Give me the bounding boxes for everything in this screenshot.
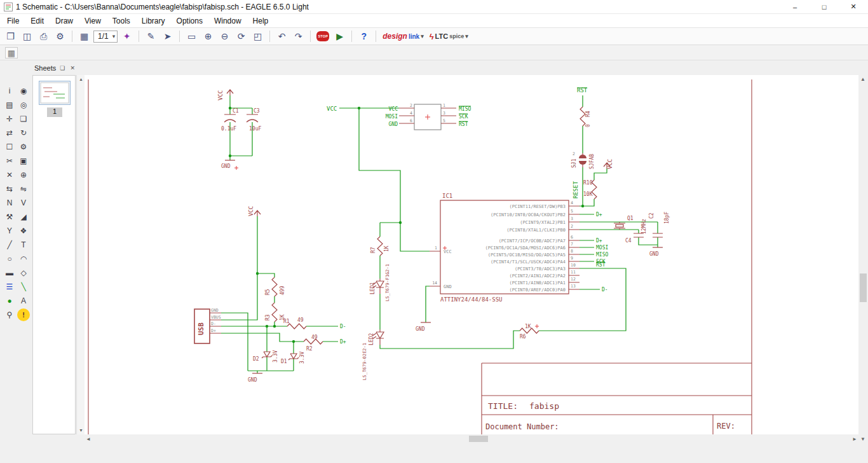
maximize-button[interactable]: □ [810, 0, 839, 14]
use-library-button[interactable]: ✦ [119, 29, 134, 43]
menu-help[interactable]: Help [247, 15, 275, 27]
paste-tool[interactable]: ▣ [17, 155, 30, 167]
copy-tool[interactable]: ❏ [17, 113, 30, 125]
scroll-up-icon[interactable]: ▲ [860, 76, 865, 82]
capacitor-c2[interactable]: C2 18pF [649, 212, 670, 237]
label-tool[interactable]: A [17, 294, 30, 307]
script-button[interactable]: ✎ [144, 29, 158, 43]
resistor-r2[interactable]: R2 49 [304, 335, 323, 352]
circle-tool[interactable]: ○ [3, 252, 16, 265]
split-tool[interactable]: Y [3, 225, 16, 237]
gateswap-tool[interactable]: ⇋ [17, 183, 30, 195]
zoom-in-button[interactable]: ⊕ [201, 29, 215, 43]
info-tool[interactable]: i [3, 85, 16, 97]
rotate-tool[interactable]: ↻ [17, 127, 30, 139]
resistor-r10[interactable]: R10 10K [583, 180, 597, 199]
move-tool[interactable]: ✛ [3, 113, 16, 125]
zoom-select-button[interactable]: ◰ [250, 29, 265, 43]
net-tool[interactable]: ╲ [17, 280, 30, 293]
rect-tool[interactable]: ▬ [3, 266, 16, 279]
float-panel-icon[interactable]: ❏ [58, 65, 66, 71]
mark-tool[interactable]: ◎ [17, 99, 30, 111]
show-tool[interactable]: ◉ [17, 85, 30, 97]
zoom-redraw-button[interactable]: ⟳ [234, 29, 248, 43]
menu-file[interactable]: File [1, 15, 25, 27]
smash-tool[interactable]: ⚒ [3, 211, 16, 223]
change-tool[interactable]: ⚙ [17, 141, 30, 153]
cam-button[interactable]: ⚙ [53, 29, 67, 43]
capacitor-c4[interactable]: C4 [625, 233, 644, 244]
mirror-tool[interactable]: ⇄ [3, 127, 16, 139]
sheet-thumbnail[interactable] [39, 81, 71, 105]
scroll-right-icon[interactable]: ► [852, 436, 857, 442]
miter-tool[interactable]: ◢ [17, 211, 30, 223]
wire-tool[interactable]: ╱ [3, 238, 16, 251]
run-ulp-button[interactable]: ➤ [160, 29, 175, 43]
undo-button[interactable]: ↶ [275, 29, 289, 43]
scroll-left-icon[interactable]: ◄ [86, 436, 91, 442]
name-tool[interactable]: N [3, 197, 16, 209]
delete-tool[interactable]: ✕ [3, 169, 16, 181]
ltcspice-button[interactable]: ϟ LTC spice ▾ [428, 32, 470, 41]
menu-view[interactable]: View [79, 15, 107, 27]
menu-window[interactable]: Window [208, 15, 247, 27]
zoom-out-button[interactable]: ⊖ [217, 29, 232, 43]
crystal-q1[interactable]: Q1 12MHz [614, 216, 647, 234]
invoke-tool[interactable]: ❖ [17, 225, 30, 237]
usb-connector[interactable]: USB GND VBUS D- D+ [194, 308, 221, 343]
resistor-r4[interactable]: R4 0 [580, 107, 591, 127]
resistor-r7[interactable]: R7 1K [370, 237, 390, 256]
menu-tools[interactable]: Tools [107, 15, 136, 27]
display-tool[interactable]: ▤ [3, 99, 16, 111]
value-tool[interactable]: V [17, 197, 30, 209]
grid-settings-button[interactable]: ▦ [5, 47, 18, 59]
designlink-button[interactable]: design link ▾ [381, 32, 425, 41]
zoom-tool[interactable]: ⚲ [3, 308, 16, 321]
vcc-symbol-r10[interactable]: VCC [604, 159, 613, 169]
zener-d1[interactable]: D1 3.3V [281, 352, 305, 364]
bus-tool[interactable]: ☰ [3, 280, 16, 293]
vertical-scroll-thumb[interactable] [860, 273, 867, 302]
menu-draw[interactable]: Draw [50, 15, 79, 27]
sheets-scrollbar[interactable]: ▲ ▼ [76, 75, 85, 434]
junction-tool[interactable]: ● [3, 294, 16, 307]
resistor-r5[interactable]: R5 499 [265, 277, 285, 296]
resistor-r1[interactable]: R1 49 [283, 317, 306, 329]
add-tool[interactable]: ⊕ [17, 169, 30, 181]
led2[interactable]: LED2 LS_T679-02E2-1 [362, 329, 384, 380]
cut-tool[interactable]: ✂ [3, 155, 16, 167]
grid-button[interactable]: ▦ [77, 29, 92, 43]
open-button[interactable]: ❒ [3, 29, 18, 43]
resistor-r6[interactable]: R6 1K [520, 324, 539, 340]
erc-errors-button[interactable]: ! [17, 308, 30, 321]
redo-button[interactable]: ↷ [291, 29, 306, 43]
net-wires[interactable] [221, 95, 658, 373]
isp-header[interactable]: VCC MOSI GND MISO SCK RST 2 4 6 1 3 5 [386, 103, 471, 130]
group-tool[interactable]: ☐ [3, 141, 16, 153]
sheet-number[interactable]: 1 [47, 107, 62, 117]
horizontal-scroll-thumb[interactable] [469, 436, 488, 442]
stop-button[interactable]: STOP [315, 29, 330, 43]
schematic-canvas[interactable]: TITLE: fabisp Document Number: REV: VCC … [85, 75, 858, 434]
resistor-r3[interactable]: R3 1K [265, 303, 285, 322]
capacitor-c3[interactable]: C3 10uF [247, 108, 261, 132]
arc-tool[interactable]: ◠ [17, 252, 30, 265]
zoom-fit-button[interactable]: ▭ [184, 29, 199, 43]
help-button[interactable]: ? [356, 29, 371, 43]
sheet-selector[interactable]: 1/1 ▾ [93, 31, 118, 43]
go-button[interactable]: ▶ [332, 29, 347, 43]
gnd-symbol-xtal[interactable]: GND [649, 247, 663, 257]
print-button[interactable]: ⎙ [36, 29, 51, 43]
save-button[interactable]: ◫ [20, 29, 34, 43]
pinswap-tool[interactable]: ⇆ [3, 183, 16, 195]
gnd-symbol-usb[interactable]: GND [248, 373, 262, 383]
gnd-symbol-caps[interactable]: GND [221, 160, 238, 170]
horizontal-scrollbar[interactable]: ◄ ► [85, 434, 858, 443]
close-button[interactable]: ✕ [839, 0, 868, 14]
gnd-symbol-ic[interactable]: GND [416, 322, 431, 332]
vcc-symbol-usb[interactable]: VCC [248, 206, 261, 216]
polygon-tool[interactable]: ◇ [17, 266, 30, 279]
menu-library[interactable]: Library [136, 15, 171, 27]
titleblock-title-value[interactable]: fabisp [529, 401, 559, 411]
vertical-scrollbar[interactable]: ▲ ▼ [858, 75, 868, 443]
